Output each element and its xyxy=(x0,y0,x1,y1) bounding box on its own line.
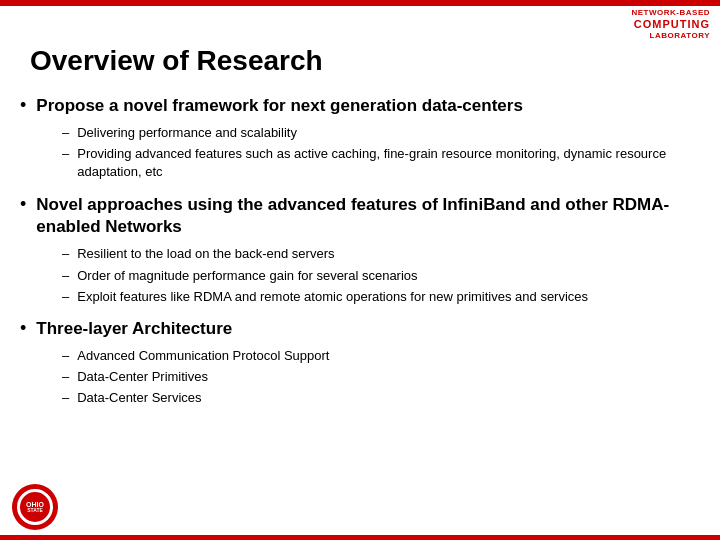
sub-bullet-text-3-1: Advanced Communication Protocol Support xyxy=(77,347,329,365)
sub-bullet-text-2-1: Resilient to the load on the back-end se… xyxy=(77,245,334,263)
bullet-dot-3: • xyxy=(20,318,26,339)
main-bullet-1: • Propose a novel framework for next gen… xyxy=(20,95,700,118)
sub-bullet-1-2: – Providing advanced features such as ac… xyxy=(62,145,700,181)
sub-dash-2-2: – xyxy=(62,268,69,283)
sub-dash-3-2: – xyxy=(62,369,69,384)
sub-bullets-3: – Advanced Communication Protocol Suppor… xyxy=(20,347,700,408)
sub-dash-1-2: – xyxy=(62,146,69,161)
sub-bullets-2: – Resilient to the load on the back-end … xyxy=(20,245,700,306)
sub-bullet-text-2-2: Order of magnitude performance gain for … xyxy=(77,267,417,285)
main-bullet-text-3: Three-layer Architecture xyxy=(36,318,232,341)
section-1: • Propose a novel framework for next gen… xyxy=(20,95,700,182)
ohio-state-logo: OHIO STATE xyxy=(10,482,60,532)
sub-dash-3-1: – xyxy=(62,348,69,363)
main-bullet-3: • Three-layer Architecture xyxy=(20,318,700,341)
sub-bullet-text-1-1: Delivering performance and scalability xyxy=(77,124,297,142)
top-red-bar xyxy=(0,0,720,6)
section-2: • Novel approaches using the advanced fe… xyxy=(20,194,700,306)
sub-bullet-text-3-2: Data-Center Primitives xyxy=(77,368,208,386)
sub-bullet-3-3: – Data-Center Services xyxy=(62,389,700,407)
bottom-area: OHIO STATE xyxy=(10,482,60,532)
bullet-dot-1: • xyxy=(20,95,26,116)
sub-dash-2-1: – xyxy=(62,246,69,261)
sub-bullet-2-1: – Resilient to the load on the back-end … xyxy=(62,245,700,263)
logo-line2: COMPUTING xyxy=(632,18,711,31)
sub-dash-1-1: – xyxy=(62,125,69,140)
sub-dash-3-3: – xyxy=(62,390,69,405)
sub-bullet-3-2: – Data-Center Primitives xyxy=(62,368,700,386)
sub-bullet-text-1-2: Providing advanced features such as acti… xyxy=(77,145,700,181)
sub-bullet-1-1: – Delivering performance and scalability xyxy=(62,124,700,142)
section-3: • Three-layer Architecture – Advanced Co… xyxy=(20,318,700,408)
sub-bullets-1: – Delivering performance and scalability… xyxy=(20,124,700,182)
main-bullet-text-2: Novel approaches using the advanced feat… xyxy=(36,194,700,240)
logo-line3: LABORATORY xyxy=(632,31,711,41)
lab-logo: NETWORK-BASED COMPUTING LABORATORY xyxy=(632,8,711,40)
bottom-red-bar xyxy=(0,535,720,540)
sub-bullet-2-3: – Exploit features like RDMA and remote … xyxy=(62,288,700,306)
main-bullet-2: • Novel approaches using the advanced fe… xyxy=(20,194,700,240)
ohio-oval-inner: OHIO STATE xyxy=(17,489,53,525)
main-content: Overview of Research • Propose a novel f… xyxy=(20,45,700,480)
sub-dash-2-3: – xyxy=(62,289,69,304)
ohio-oval: OHIO STATE xyxy=(12,484,58,530)
bullet-dot-2: • xyxy=(20,194,26,215)
sub-bullet-2-2: – Order of magnitude performance gain fo… xyxy=(62,267,700,285)
page-title: Overview of Research xyxy=(20,45,700,77)
sub-bullet-text-2-3: Exploit features like RDMA and remote at… xyxy=(77,288,588,306)
sub-bullet-text-3-3: Data-Center Services xyxy=(77,389,201,407)
main-bullet-text-1: Propose a novel framework for next gener… xyxy=(36,95,523,118)
logo-line1: NETWORK-BASED xyxy=(632,8,711,18)
sub-bullet-3-1: – Advanced Communication Protocol Suppor… xyxy=(62,347,700,365)
ohio-text-state: STATE xyxy=(27,508,43,513)
